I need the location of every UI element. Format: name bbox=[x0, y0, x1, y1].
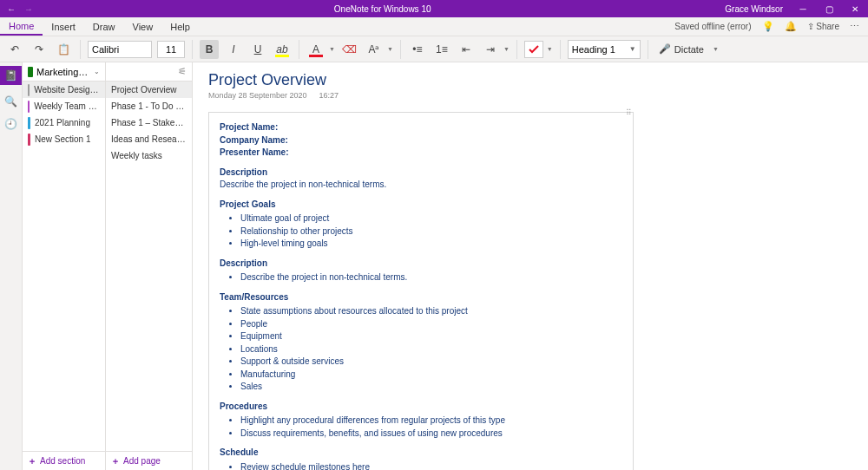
tab-insert[interactable]: Insert bbox=[43, 17, 84, 36]
section-row[interactable]: Website Design Project bbox=[23, 82, 105, 98]
todo-tag-button[interactable] bbox=[524, 41, 543, 58]
list-item[interactable]: Relationship to other projects bbox=[240, 225, 622, 238]
list-item[interactable]: Highlight any procedural differences fro… bbox=[240, 415, 622, 428]
nav-back-icon[interactable]: ← bbox=[7, 4, 16, 14]
resize-handle-icon[interactable]: ⠿ bbox=[626, 108, 633, 119]
lightbulb-icon[interactable]: 💡 bbox=[762, 21, 774, 32]
section-label: Weekly Team Meetings bbox=[34, 101, 100, 111]
clipboard-button[interactable]: 📋 bbox=[54, 40, 73, 59]
field-presenter-name[interactable]: Presenter Name: bbox=[220, 147, 288, 157]
page-title[interactable]: Project Overview bbox=[208, 71, 852, 89]
chevron-down-icon[interactable]: ▼ bbox=[547, 46, 553, 52]
chevron-down-icon[interactable]: ▼ bbox=[329, 46, 335, 52]
add-page-button[interactable]: ＋Add page bbox=[106, 451, 192, 470]
share-button[interactable]: ⇪ Share bbox=[807, 22, 839, 31]
heading-procedures[interactable]: Procedures bbox=[220, 401, 622, 414]
outdent-button[interactable]: ⇤ bbox=[457, 40, 476, 59]
page-row[interactable]: Phase 1 – Stakeholder Fee... bbox=[106, 114, 192, 131]
note-container[interactable]: ⠿ Project Name: Company Name: Presenter … bbox=[208, 112, 634, 470]
rail-search-icon[interactable]: 🔍 bbox=[4, 95, 17, 108]
page-canvas[interactable]: Project Overview Monday 28 September 202… bbox=[193, 62, 868, 470]
list-item[interactable]: Locations bbox=[240, 343, 622, 356]
numbering-button[interactable]: 1≡ bbox=[432, 40, 451, 59]
notebook-picker[interactable]: Marketing Team Notebook ⌄ bbox=[23, 62, 105, 82]
section-row[interactable]: Weekly Team Meetings bbox=[23, 98, 105, 114]
font-color-button[interactable]: A bbox=[306, 40, 326, 59]
list-item[interactable]: High-level timing goals bbox=[240, 238, 622, 251]
heading-description2[interactable]: Description bbox=[220, 258, 622, 271]
list-item[interactable]: Support & outside services bbox=[240, 356, 622, 369]
font-name-input[interactable] bbox=[88, 41, 152, 58]
more-icon[interactable]: ⋯ bbox=[850, 21, 859, 32]
ribbon-tabs: Home Insert Draw View Help Saved offline… bbox=[0, 17, 868, 36]
list-item[interactable]: People bbox=[240, 318, 622, 331]
underline-button[interactable]: U bbox=[248, 40, 267, 59]
section-color-bar bbox=[28, 101, 30, 113]
page-row[interactable]: Project Overview bbox=[106, 82, 192, 98]
rail-notebooks-icon[interactable]: 📓 bbox=[0, 66, 22, 85]
list-item[interactable]: State assumptions about resources alloca… bbox=[240, 305, 622, 318]
undo-button[interactable]: ↶ bbox=[5, 40, 24, 59]
heading-style-select[interactable]: Heading 1▼ bbox=[568, 40, 641, 59]
section-color-bar bbox=[28, 134, 30, 146]
heading-schedule[interactable]: Schedule bbox=[220, 447, 622, 460]
notifications-icon[interactable]: 🔔 bbox=[785, 21, 797, 32]
section-row[interactable]: New Section 1 bbox=[23, 131, 105, 147]
page-row[interactable]: Ideas and Research bbox=[106, 131, 192, 147]
page-row[interactable]: Phase 1 - To Do List bbox=[106, 98, 192, 114]
add-section-button[interactable]: ＋Add section bbox=[23, 451, 105, 470]
list-item[interactable]: Describe the project in non-technical te… bbox=[240, 271, 622, 284]
heading-team[interactable]: Team/Resources bbox=[220, 291, 622, 304]
list-item[interactable]: Sales bbox=[240, 381, 622, 394]
minimize-button[interactable]: ─ bbox=[790, 0, 816, 17]
heading-description[interactable]: Description bbox=[220, 166, 622, 180]
tab-draw[interactable]: Draw bbox=[84, 17, 124, 36]
bold-button[interactable]: B bbox=[200, 40, 219, 59]
redo-button[interactable]: ↷ bbox=[30, 40, 49, 59]
section-row[interactable]: 2021 Planning bbox=[23, 114, 105, 131]
list-item[interactable]: Equipment bbox=[240, 330, 622, 343]
field-company-name[interactable]: Company Name: bbox=[220, 135, 288, 145]
list-item[interactable]: Ultimate goal of project bbox=[240, 212, 622, 225]
dictate-button[interactable]: 🎤Dictate▼ bbox=[655, 43, 722, 55]
ribbon-toolbar: ↶ ↷ 📋 B I U ab A ▼ ⌫ Aᵃ ▼ •≡ 1≡ ⇤ ⇥ ▼ ▼ … bbox=[0, 36, 868, 62]
page-label: Phase 1 – Stakeholder Fee... bbox=[111, 118, 187, 127]
pages-filter-button[interactable]: ⚟ bbox=[106, 62, 192, 82]
sections-panel: Marketing Team Notebook ⌄ Website Design… bbox=[23, 62, 106, 470]
main-area: 📓 🔍 🕘 Marketing Team Notebook ⌄ Website … bbox=[0, 62, 868, 470]
heading-goals[interactable]: Project Goals bbox=[220, 199, 622, 212]
titlebar: ← → OneNote for Windows 10 Grace Windsor… bbox=[0, 0, 868, 17]
bullets-button[interactable]: •≡ bbox=[408, 40, 427, 59]
page-date: Monday 28 September 2020 bbox=[208, 91, 307, 100]
rail-recent-icon[interactable]: 🕘 bbox=[4, 118, 17, 130]
close-button[interactable]: ✕ bbox=[842, 0, 868, 17]
notebook-name: Marketing Team Notebook bbox=[36, 67, 89, 77]
list-item[interactable]: Manufacturing bbox=[240, 369, 622, 382]
chevron-down-icon[interactable]: ▼ bbox=[503, 46, 510, 52]
page-row[interactable]: Weekly tasks bbox=[106, 147, 192, 164]
nav-forward-icon[interactable]: → bbox=[24, 4, 33, 14]
section-label: Website Design Project bbox=[34, 85, 100, 95]
text-description[interactable]: Describe the project in non-technical te… bbox=[220, 179, 622, 192]
maximize-button[interactable]: ▢ bbox=[816, 0, 842, 17]
tab-view[interactable]: View bbox=[124, 17, 162, 36]
user-name[interactable]: Grace Windsor bbox=[725, 4, 790, 14]
list-item[interactable]: Review schedule milestones here bbox=[240, 461, 622, 471]
chevron-down-icon: ⌄ bbox=[94, 68, 100, 75]
app-title: OneNote for Windows 10 bbox=[40, 4, 725, 14]
highlight-button[interactable]: ab bbox=[273, 40, 292, 59]
field-project-name[interactable]: Project Name: bbox=[220, 122, 278, 132]
list-item[interactable]: Discuss requirements, benefits, and issu… bbox=[240, 428, 622, 441]
section-color-bar bbox=[28, 84, 30, 96]
tab-home[interactable]: Home bbox=[0, 17, 43, 36]
chevron-down-icon[interactable]: ▼ bbox=[387, 46, 393, 52]
format-painter-button[interactable]: Aᵃ bbox=[365, 40, 384, 59]
italic-button[interactable]: I bbox=[224, 40, 243, 59]
sync-status: Saved offline (error) bbox=[674, 22, 751, 31]
tab-help[interactable]: Help bbox=[161, 17, 199, 36]
clear-formatting-button[interactable]: ⌫ bbox=[340, 40, 359, 59]
section-label: 2021 Planning bbox=[35, 118, 90, 127]
indent-button[interactable]: ⇥ bbox=[481, 40, 500, 59]
font-size-input[interactable] bbox=[157, 41, 185, 58]
section-color-bar bbox=[28, 117, 30, 129]
